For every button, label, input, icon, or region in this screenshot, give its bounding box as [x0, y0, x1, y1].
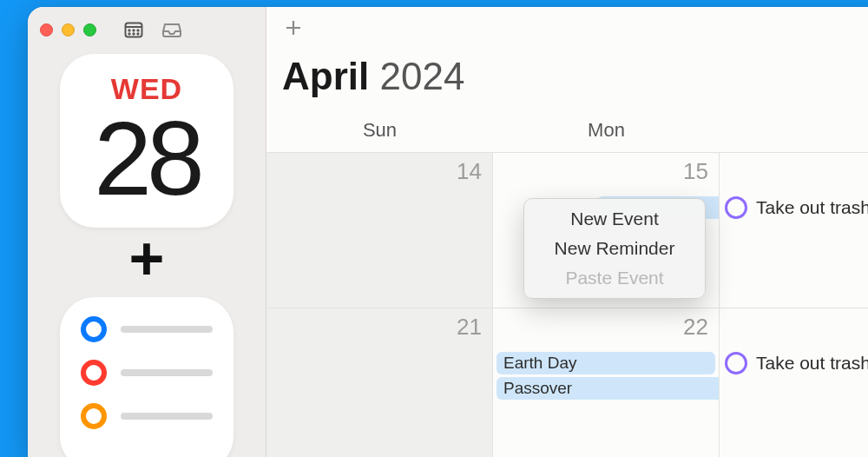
list-item	[81, 403, 213, 429]
weekday-header-mon: Mon	[493, 116, 720, 152]
event-bar[interactable]: Earth Day	[496, 352, 715, 374]
window-close-button[interactable]	[40, 23, 53, 36]
weekday-header-row: Sun Mon	[266, 116, 868, 153]
reminders-app-tile[interactable]	[60, 297, 233, 457]
list-item	[81, 360, 213, 386]
circle-icon	[725, 196, 747, 219]
list-item	[81, 316, 213, 342]
plus-icon	[284, 18, 303, 37]
circle-icon	[725, 352, 747, 374]
weekday-header-sun: Sun	[266, 116, 493, 152]
app-window: WED 28 +	[28, 7, 868, 457]
event-label: Earth Day	[503, 354, 576, 373]
calendar-icon	[124, 21, 143, 38]
reminder-item[interactable]: Take out trash	[720, 196, 868, 219]
event-bar[interactable]: Passover	[496, 377, 719, 400]
week-row: 21 22 Earth Day Passover Take out trash	[266, 308, 868, 457]
month-label: April	[282, 55, 369, 97]
day-cell-sun[interactable]: 21	[266, 308, 493, 457]
day-cell-mon[interactable]: 22 Earth Day Passover	[493, 308, 720, 457]
day-number: 14	[457, 158, 482, 185]
svg-point-6	[133, 33, 135, 35]
day-number: 15	[683, 158, 708, 185]
window-traffic-lights	[40, 23, 96, 36]
reminder-label: Take out trash	[756, 197, 868, 218]
placeholder-line	[121, 369, 213, 376]
inbox-toolbar-button[interactable]	[157, 18, 187, 41]
day-number: 22	[683, 314, 708, 341]
menu-item-new-reminder[interactable]: New Reminder	[529, 234, 700, 263]
calendar-tile-day: 28	[94, 106, 199, 210]
window-titlebar	[40, 17, 253, 42]
menu-item-paste-event: Paste Event	[529, 263, 700, 293]
menu-item-new-event[interactable]: New Event	[529, 204, 700, 234]
svg-point-5	[128, 33, 130, 35]
circle-icon	[81, 360, 107, 386]
svg-point-4	[137, 30, 139, 31]
day-cell-tue[interactable]: Take out trash	[720, 308, 868, 457]
reminder-item[interactable]: Take out trash	[720, 352, 868, 374]
event-label: Passover	[503, 379, 572, 398]
new-event-button[interactable]	[280, 15, 306, 41]
placeholder-line	[121, 326, 213, 333]
svg-point-2	[128, 30, 130, 31]
svg-point-3	[133, 30, 135, 31]
inbox-icon	[161, 22, 182, 37]
weekday-header-tue	[720, 116, 868, 152]
calendar-toolbar-button[interactable]	[119, 18, 148, 41]
day-cell-tue[interactable]: Take out trash	[720, 153, 868, 308]
month-heading: April 2024	[266, 50, 868, 116]
circle-icon	[81, 316, 107, 342]
placeholder-line	[121, 413, 213, 420]
combine-plus-icon: +	[40, 233, 253, 285]
context-menu: New Event New Reminder Paste Event	[523, 198, 706, 299]
day-cell-sun[interactable]: 14	[266, 153, 493, 308]
year-label: 2024	[379, 55, 464, 97]
calendar-main: April 2024 Sun Mon 14 15 Take out trash	[266, 7, 868, 457]
day-number: 21	[457, 314, 482, 341]
main-toolbar	[266, 7, 868, 50]
reminder-label: Take out trash	[756, 353, 868, 374]
window-minimize-button[interactable]	[62, 23, 75, 36]
sidebar: WED 28 +	[28, 7, 266, 457]
circle-icon	[81, 403, 107, 429]
window-zoom-button[interactable]	[83, 23, 96, 36]
svg-point-7	[137, 33, 139, 35]
calendar-app-tile[interactable]: WED 28	[60, 54, 233, 228]
